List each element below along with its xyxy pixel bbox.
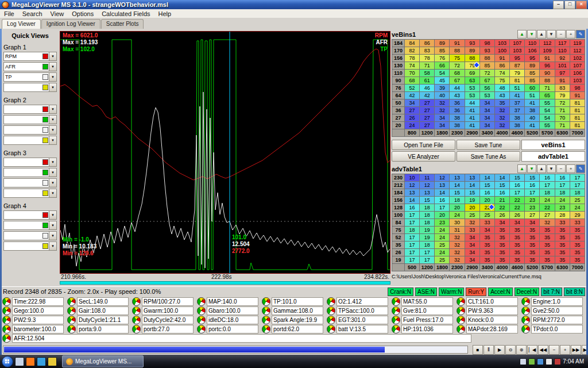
adv-cell[interactable]: 29 <box>570 212 585 219</box>
ve-cell[interactable]: 89 <box>465 47 480 55</box>
adv-cell[interactable]: 25 <box>465 212 480 219</box>
adv-cell[interactable]: 23 <box>525 204 540 212</box>
ve-cell[interactable]: 76 <box>435 55 450 62</box>
adv-cell[interactable]: 35 <box>495 241 510 249</box>
ve-cell[interactable]: 58 <box>420 70 435 77</box>
ve-cell[interactable]: 54 <box>540 114 555 122</box>
adv-cell[interactable]: 35 <box>540 241 555 249</box>
adv-cell[interactable]: 33 <box>555 219 570 227</box>
ve-cell[interactable]: 107 <box>510 40 525 47</box>
adv-cell[interactable]: 17 <box>540 182 555 189</box>
forward-button[interactable]: ▶▶ <box>571 345 581 355</box>
ve-cell[interactable]: 68 <box>450 70 465 77</box>
quick-launch-icon[interactable] <box>26 357 35 366</box>
ve-cell[interactable]: 70 <box>405 70 420 77</box>
decrement-icon[interactable]: ▼ <box>547 30 556 39</box>
adv-cell[interactable]: 35 <box>570 227 585 234</box>
adv-cell[interactable]: 35 <box>570 234 585 241</box>
adv-cell[interactable]: 32 <box>450 234 465 241</box>
ve-cell[interactable]: 79 <box>510 70 525 77</box>
quick-launch-icon[interactable] <box>48 357 57 366</box>
adv-cell[interactable]: 35 <box>525 241 540 249</box>
ve-cell[interactable]: 70 <box>555 114 570 122</box>
skip-start-button[interactable]: ▏◀ <box>527 345 537 355</box>
ve-cell[interactable]: 71 <box>420 62 435 70</box>
adv-cell[interactable]: 35 <box>555 241 570 249</box>
ve-cell[interactable]: 45 <box>435 77 450 85</box>
adv-cell[interactable]: 13 <box>450 174 465 182</box>
adv-cell[interactable]: 35 <box>570 241 585 249</box>
graph-4-channel-1-select[interactable]: ▼ <box>3 210 57 220</box>
ve-cell[interactable]: 81 <box>570 99 585 107</box>
ve-cell[interactable]: 26 <box>405 114 420 122</box>
adv-cell[interactable]: 35 <box>540 256 555 264</box>
adv-cell[interactable]: 16 <box>525 182 540 189</box>
ve-cell[interactable]: 83 <box>420 47 435 55</box>
scroll-up-icon[interactable]: ▲ <box>517 30 527 39</box>
ve-cell[interactable]: 41 <box>525 99 540 107</box>
adv-cell[interactable]: 34 <box>495 219 510 227</box>
ve-cell[interactable]: 72 <box>555 99 570 107</box>
graph-2-channel-3-select[interactable]: ▼ <box>3 125 57 135</box>
adv-cell[interactable]: 14 <box>495 174 510 182</box>
ve-cell[interactable]: 112 <box>540 40 555 47</box>
ve-cell[interactable]: 68 <box>405 77 420 85</box>
ve-cell[interactable]: 65 <box>540 92 555 99</box>
adv-cell[interactable]: 34 <box>510 219 525 227</box>
adv-cell[interactable]: 13 <box>465 174 480 182</box>
ve-cell[interactable]: 27 <box>420 99 435 107</box>
ve-cell[interactable]: 54 <box>540 107 555 114</box>
ve-cell[interactable]: 71 <box>555 122 570 129</box>
ve-cell[interactable]: 103 <box>495 40 510 47</box>
ve-cell[interactable]: 89 <box>525 62 540 70</box>
ve-cell[interactable]: 32 <box>435 107 450 114</box>
ve-cell[interactable]: 119 <box>570 40 585 47</box>
ve-cell[interactable]: 60 <box>525 85 540 92</box>
adv-cell[interactable]: 24 <box>450 212 465 219</box>
plus-button[interactable]: + <box>560 345 570 355</box>
ve-cell[interactable]: 103 <box>510 47 525 55</box>
ve-cell[interactable]: 101 <box>555 62 570 70</box>
graph-2-channel-4-select[interactable]: ▼ <box>3 136 57 145</box>
ve-cell[interactable]: 79 <box>555 92 570 99</box>
adv-cell[interactable]: 20 <box>480 197 495 204</box>
adv-cell[interactable]: 20 <box>450 204 465 212</box>
adv-cell[interactable]: 35 <box>525 234 540 241</box>
adv-cell[interactable]: 19 <box>420 234 435 241</box>
adv-cell[interactable]: 16 <box>555 174 570 182</box>
adv-cell[interactable]: 13 <box>405 189 420 197</box>
adv-cell[interactable]: 15 <box>495 182 510 189</box>
ve-cell[interactable]: 96 <box>540 62 555 70</box>
ve-cell[interactable]: 71 <box>555 107 570 114</box>
adv-cell[interactable]: 32 <box>540 219 555 227</box>
ve-cell[interactable]: 92 <box>555 55 570 62</box>
adv-cell[interactable]: 35 <box>480 241 495 249</box>
adv-cell[interactable]: 17 <box>405 249 420 256</box>
adv-cell[interactable]: 35 <box>495 256 510 264</box>
ve-cell[interactable]: 54 <box>435 70 450 77</box>
ve-cell[interactable]: 44 <box>450 85 465 92</box>
edit-icon[interactable]: ✎ <box>576 164 585 173</box>
adv-cell[interactable]: 33 <box>465 227 480 234</box>
adv-cell[interactable]: 16 <box>495 189 510 197</box>
ve-cell[interactable]: 42 <box>405 92 420 99</box>
open-tune-file-button[interactable]: Open Tune File <box>392 140 455 150</box>
adv-cell[interactable]: 32 <box>450 256 465 264</box>
subtract-icon[interactable]: − <box>556 164 566 173</box>
adv-cell[interactable]: 35 <box>540 249 555 256</box>
quick-launch-icon[interactable] <box>37 357 46 366</box>
ve-cell[interactable]: 67 <box>480 77 495 85</box>
ve-cell[interactable]: 72 <box>450 62 465 70</box>
adv-cell[interactable]: 23 <box>525 197 540 204</box>
adv-cell[interactable]: 34 <box>465 234 480 241</box>
adv-cell[interactable]: 24 <box>540 197 555 204</box>
ve-cell[interactable]: 91 <box>495 55 510 62</box>
ve-cell[interactable]: 78 <box>405 55 420 62</box>
ve-cell[interactable]: 79 <box>465 62 480 70</box>
adv-cell[interactable]: 24 <box>435 249 450 256</box>
increment-icon[interactable]: ▲ <box>537 30 546 39</box>
close-button[interactable]: × <box>576 1 587 9</box>
ve-cell[interactable]: 103 <box>570 77 585 85</box>
adv-cell[interactable]: 26 <box>495 212 510 219</box>
zoom-in-button[interactable]: ⊕ <box>516 345 527 355</box>
